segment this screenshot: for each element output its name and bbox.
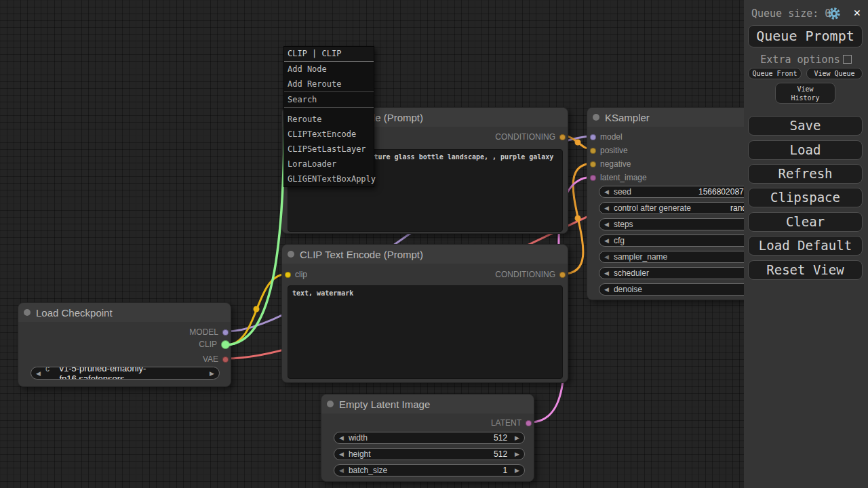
prev-arrow-icon[interactable]: ◀ bbox=[599, 253, 614, 260]
input-model[interactable]: model bbox=[590, 132, 623, 142]
widget-label: c ... bbox=[45, 367, 58, 380]
height-widget[interactable]: ◀ height 512 ▶ bbox=[334, 448, 525, 460]
menu-item-loraloader[interactable]: LoraLoader bbox=[284, 157, 374, 171]
port-label: latent_image bbox=[600, 173, 647, 182]
input-latent-image[interactable]: latent_image bbox=[590, 173, 647, 182]
next-arrow-icon[interactable]: ▶ bbox=[205, 370, 219, 377]
extra-options-label: Extra options bbox=[760, 54, 840, 66]
widget-label: sampler_name bbox=[614, 252, 667, 262]
clip-port-dot[interactable] bbox=[285, 272, 291, 278]
port-label: model bbox=[600, 132, 623, 142]
latent-port-dot[interactable] bbox=[526, 420, 532, 426]
context-menu: CLIP | CLIP Add Node Add Reroute Search … bbox=[283, 46, 374, 187]
next-arrow-icon[interactable]: ▶ bbox=[510, 467, 524, 474]
widget-label: steps bbox=[614, 220, 633, 229]
port-label: LATENT bbox=[491, 418, 521, 428]
sidebar-menu: Queue size: 0 ✕ Queue Prompt Extra optio… bbox=[744, 0, 868, 488]
view-history-button[interactable]: View History bbox=[775, 83, 835, 104]
port-label: CLIP bbox=[199, 340, 217, 349]
latent-port-dot[interactable] bbox=[590, 175, 596, 181]
prev-arrow-icon[interactable]: ◀ bbox=[599, 237, 614, 244]
prev-arrow-icon[interactable]: ◀ bbox=[334, 467, 349, 474]
refresh-button[interactable]: Refresh bbox=[748, 164, 863, 184]
batch-size-widget[interactable]: ◀ batch_size 1 ▶ bbox=[334, 464, 525, 476]
load-button[interactable]: Load bbox=[748, 140, 863, 160]
port-label: MODEL bbox=[189, 327, 218, 337]
menu-item-gligentextboxapply[interactable]: GLIGENTextBoxApply bbox=[284, 171, 374, 186]
node-collapse-dot[interactable] bbox=[327, 401, 334, 407]
output-latent[interactable]: LATENT bbox=[491, 418, 532, 428]
widget-label: height bbox=[349, 449, 371, 459]
queue-size-label: Queue size: 0 bbox=[751, 7, 831, 20]
extra-options-checkbox[interactable] bbox=[843, 55, 852, 64]
widget-label: scheduler bbox=[614, 268, 649, 278]
port-label: VAE bbox=[203, 354, 218, 364]
model-port-dot[interactable] bbox=[222, 329, 229, 336]
node-clip-text-encode-negative[interactable]: CLIP Text Encode (Prompt) clip CONDITION… bbox=[281, 244, 568, 383]
input-positive[interactable]: positive bbox=[590, 146, 628, 155]
conditioning-port-dot[interactable] bbox=[590, 161, 596, 167]
conditioning-port-dot[interactable] bbox=[559, 272, 566, 278]
output-conditioning[interactable]: CONDITIONING bbox=[495, 270, 566, 279]
port-label: negative bbox=[600, 159, 631, 169]
clear-button[interactable]: Clear bbox=[748, 212, 863, 232]
node-collapse-dot[interactable] bbox=[593, 114, 599, 121]
widget-label: control after generate bbox=[614, 203, 691, 213]
menu-item-reroute[interactable]: Reroute bbox=[284, 112, 374, 127]
prev-arrow-icon[interactable]: ◀ bbox=[334, 451, 349, 458]
prev-arrow-icon[interactable]: ◀ bbox=[599, 221, 614, 228]
widget-value: v1-5-pruned-emaonly-fp16.safetensors bbox=[59, 367, 205, 380]
menu-item-cliptextencode[interactable]: CLIPTextEncode bbox=[284, 127, 374, 142]
model-port-dot[interactable] bbox=[590, 134, 596, 140]
next-arrow-icon[interactable]: ▶ bbox=[510, 434, 524, 441]
input-clip[interactable]: clip bbox=[285, 270, 307, 279]
clip-port-dot[interactable] bbox=[221, 340, 230, 349]
queue-front-button[interactable]: Queue Front bbox=[748, 68, 802, 79]
node-load-checkpoint[interactable]: Load Checkpoint MODEL CLIP VAE ◀ c ... v… bbox=[18, 302, 231, 387]
conditioning-port-dot[interactable] bbox=[559, 134, 566, 140]
prev-arrow-icon[interactable]: ◀ bbox=[599, 286, 614, 293]
menu-item-add-reroute[interactable]: Add Reroute bbox=[284, 77, 374, 92]
node-title-bar[interactable]: CLIP Text Encode (Prompt) bbox=[282, 245, 568, 264]
node-collapse-dot[interactable] bbox=[24, 309, 31, 316]
port-label: CONDITIONING bbox=[495, 132, 555, 142]
close-icon[interactable]: ✕ bbox=[854, 5, 861, 19]
clipspace-button[interactable]: Clipspace bbox=[748, 188, 863, 207]
context-menu-title: CLIP | CLIP bbox=[284, 47, 374, 62]
width-widget[interactable]: ◀ width 512 ▶ bbox=[334, 432, 525, 444]
output-model[interactable]: MODEL bbox=[189, 327, 229, 337]
queue-prompt-button[interactable]: Queue Prompt bbox=[748, 25, 863, 47]
prev-arrow-icon[interactable]: ◀ bbox=[334, 434, 349, 441]
settings-gear-icon[interactable] bbox=[827, 6, 842, 21]
node-title-bar[interactable]: Empty Latent Image bbox=[321, 394, 534, 413]
menu-item-add-node[interactable]: Add Node bbox=[284, 62, 374, 77]
node-collapse-dot[interactable] bbox=[288, 251, 294, 258]
prev-arrow-icon[interactable]: ◀ bbox=[599, 188, 614, 195]
node-empty-latent-image[interactable]: Empty Latent Image LATENT ◀ width 512 ▶ … bbox=[321, 394, 534, 482]
prev-arrow-icon[interactable]: ◀ bbox=[31, 370, 45, 377]
node-canvas[interactable]: Load Checkpoint MODEL CLIP VAE ◀ c ... v… bbox=[0, 0, 868, 488]
menu-item-clipsetlastlayer[interactable]: CLIPSetLastLayer bbox=[284, 142, 374, 157]
node-title: Load Checkpoint bbox=[36, 307, 113, 319]
prev-arrow-icon[interactable]: ◀ bbox=[599, 205, 614, 211]
save-button[interactable]: Save bbox=[748, 116, 863, 136]
conditioning-port-dot[interactable] bbox=[590, 148, 596, 154]
wire-clip bbox=[226, 274, 288, 345]
widget-label: cfg bbox=[614, 236, 625, 245]
view-queue-button[interactable]: View Queue bbox=[806, 68, 863, 79]
output-vae[interactable]: VAE bbox=[203, 354, 229, 364]
port-label: positive bbox=[600, 146, 628, 155]
prompt-textarea[interactable]: text, watermark bbox=[288, 285, 563, 379]
input-negative[interactable]: negative bbox=[590, 159, 631, 169]
output-conditioning[interactable]: CONDITIONING bbox=[495, 132, 566, 142]
reset-view-button[interactable]: Reset View bbox=[748, 260, 863, 280]
vae-port-dot[interactable] bbox=[222, 357, 229, 363]
prev-arrow-icon[interactable]: ◀ bbox=[599, 270, 614, 277]
menu-item-search[interactable]: Search bbox=[284, 92, 374, 108]
load-default-button[interactable]: Load Default bbox=[748, 236, 863, 256]
node-title-bar[interactable]: Load Checkpoint bbox=[18, 303, 231, 322]
widget-value: 1 bbox=[502, 466, 507, 475]
next-arrow-icon[interactable]: ▶ bbox=[510, 451, 524, 458]
ckpt-name-widget[interactable]: ◀ c ... v1-5-pruned-emaonly-fp16.safeten… bbox=[31, 367, 220, 380]
output-clip[interactable]: CLIP bbox=[199, 340, 229, 349]
